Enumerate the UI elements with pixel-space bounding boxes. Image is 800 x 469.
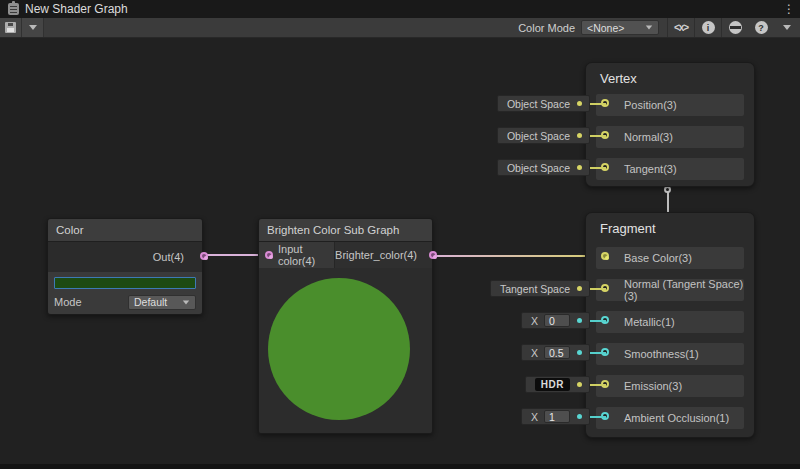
help-button[interactable]: ? xyxy=(748,18,774,37)
emission-hdr-pill[interactable]: HDR xyxy=(525,376,590,393)
subgraph-node-header[interactable]: Brighten Color Sub Graph xyxy=(259,219,432,242)
color-node-header[interactable]: Color xyxy=(48,219,202,242)
save-options-dropdown-button[interactable] xyxy=(22,18,44,37)
position-label: Position(3) xyxy=(624,99,677,111)
more-options-button[interactable] xyxy=(774,18,800,37)
position-space-pill[interactable]: Object Space xyxy=(497,95,590,112)
port-dot-icon xyxy=(577,414,582,419)
vertex-node-title: Vertex xyxy=(586,63,754,86)
fragment-row-ambient-occlusion[interactable]: Ambient Occlusion(1) xyxy=(596,407,744,429)
shader-graph-window: New Shader Graph ⋮ Color Mode <None> <x>… xyxy=(0,0,800,469)
brighter-color-port[interactable] xyxy=(429,251,437,259)
input-color-label: Input color(4) xyxy=(278,243,334,267)
subgraph-output-slot[interactable]: Brighter_color(4) xyxy=(335,242,432,268)
window-bottom-edge xyxy=(0,464,800,469)
smoothness-label: Smoothness(1) xyxy=(624,348,699,360)
context-link-top-dot xyxy=(664,186,671,193)
color-node[interactable]: Color Out(4) Mode Default xyxy=(47,218,203,315)
kebab-menu-icon[interactable]: ⋮ xyxy=(783,1,795,17)
color-mode-label: Color Mode xyxy=(518,22,575,34)
fragment-row-normal-ts[interactable]: Normal (Tangent Space)(3) xyxy=(596,279,744,301)
tangent-space-pill[interactable]: Object Space xyxy=(497,159,590,176)
tangent-label: Tangent(3) xyxy=(624,163,677,175)
vertex-row-position[interactable]: Position(3) xyxy=(596,94,744,116)
chevron-down-icon xyxy=(29,25,37,30)
vertex-row-tangent[interactable]: Tangent(3) xyxy=(596,158,744,180)
subgraph-port-row: Input color(4) Brighter_color(4) xyxy=(259,242,432,268)
preview-sphere-icon xyxy=(729,21,742,34)
ambient-occlusion-value-field[interactable]: 1 xyxy=(544,410,570,423)
tangent-space-label: Object Space xyxy=(507,162,570,174)
subgraph-preview[interactable] xyxy=(259,268,432,433)
vertex-node[interactable]: Vertex Position(3) Normal(3) Tangent(3) xyxy=(585,62,755,187)
color-out-row: Out(4) xyxy=(48,242,202,272)
help-icon: ? xyxy=(755,21,768,34)
color-node-controls: Mode Default xyxy=(48,272,202,314)
save-asset-button[interactable] xyxy=(0,18,22,37)
fragment-row-base-color[interactable]: Base Color(3) xyxy=(596,247,744,269)
color-out-label: Out(4) xyxy=(153,251,184,263)
show-generated-code-button[interactable]: <x> xyxy=(668,18,694,37)
toolbar: Color Mode <None> <x> i ? xyxy=(0,18,800,38)
fragment-row-emission[interactable]: Emission(3) xyxy=(596,375,744,397)
save-icon xyxy=(5,22,16,33)
color-out-port[interactable] xyxy=(200,252,208,260)
fragment-node[interactable]: Fragment Base Color(3) Normal (Tangent S… xyxy=(585,212,755,438)
port-dot-icon xyxy=(577,350,582,355)
context-link-line xyxy=(667,192,669,214)
chevron-down-icon xyxy=(183,300,189,304)
port-dot-icon xyxy=(577,165,582,170)
brighter-color-label: Brighter_color(4) xyxy=(335,249,417,261)
color-mode-select[interactable]: Default xyxy=(128,295,196,310)
input-color-port[interactable] xyxy=(265,251,273,259)
smoothness-value-field[interactable]: 0.5 xyxy=(544,346,570,359)
port-dot-icon xyxy=(577,318,582,323)
color-mode-dropdown[interactable]: <None> xyxy=(581,20,659,35)
tangent-space-label: Tangent Space xyxy=(500,283,570,295)
port-dot-icon xyxy=(577,286,582,291)
chevron-down-icon xyxy=(646,26,652,30)
chevron-down-icon xyxy=(783,25,791,30)
hdr-color-field[interactable]: HDR xyxy=(535,378,570,391)
subgraph-node-title: Brighten Color Sub Graph xyxy=(267,224,399,236)
info-icon: i xyxy=(702,21,715,34)
x-component-label: X xyxy=(531,411,538,423)
brighten-color-subgraph-node[interactable]: Brighten Color Sub Graph Input color(4) … xyxy=(258,218,433,434)
metallic-value-field[interactable]: 0 xyxy=(544,314,570,327)
base-color-port[interactable] xyxy=(601,252,609,260)
color-mode-value: <None> xyxy=(587,22,624,34)
fragment-node-title: Fragment xyxy=(586,213,754,236)
x-component-label: X xyxy=(531,347,538,359)
mode-label: Mode xyxy=(54,296,82,308)
normal-label: Normal(3) xyxy=(624,131,673,143)
normal-space-label: Object Space xyxy=(507,130,570,142)
color-node-title: Color xyxy=(56,224,83,236)
mode-value: Default xyxy=(134,296,167,308)
metallic-value-pill[interactable]: X 0 xyxy=(521,312,590,329)
normal-space-pill[interactable]: Object Space xyxy=(497,127,590,144)
wire-brighter-color-to-base-color[interactable] xyxy=(427,255,605,257)
fragment-row-metallic[interactable]: Metallic(1) xyxy=(596,311,744,333)
normal-ts-label: Normal (Tangent Space)(3) xyxy=(624,278,744,302)
code-icon: <x> xyxy=(674,22,688,33)
base-color-label: Base Color(3) xyxy=(624,252,692,264)
fragment-row-smoothness[interactable]: Smoothness(1) xyxy=(596,343,744,365)
metallic-label: Metallic(1) xyxy=(624,316,675,328)
position-space-label: Object Space xyxy=(507,98,570,110)
window-title: New Shader Graph xyxy=(25,2,128,16)
ambient-occlusion-value-pill[interactable]: X 1 xyxy=(521,408,590,425)
ambient-occlusion-label: Ambient Occlusion(1) xyxy=(624,412,729,424)
preview-sphere xyxy=(268,278,410,420)
inspector-toggle-button[interactable]: i xyxy=(695,18,721,37)
port-dot-icon xyxy=(577,133,582,138)
smoothness-value-pill[interactable]: X 0.5 xyxy=(521,344,590,361)
port-dot-icon xyxy=(577,382,582,387)
color-swatch-field[interactable] xyxy=(54,277,196,289)
master-preview-toggle-button[interactable] xyxy=(722,18,748,37)
emission-label: Emission(3) xyxy=(624,380,682,392)
shader-graph-asset-icon xyxy=(8,3,19,15)
normal-ts-space-pill[interactable]: Tangent Space xyxy=(490,280,590,297)
title-bar: New Shader Graph ⋮ xyxy=(0,0,800,18)
port-dot-icon xyxy=(577,101,582,106)
vertex-row-normal[interactable]: Normal(3) xyxy=(596,126,744,148)
